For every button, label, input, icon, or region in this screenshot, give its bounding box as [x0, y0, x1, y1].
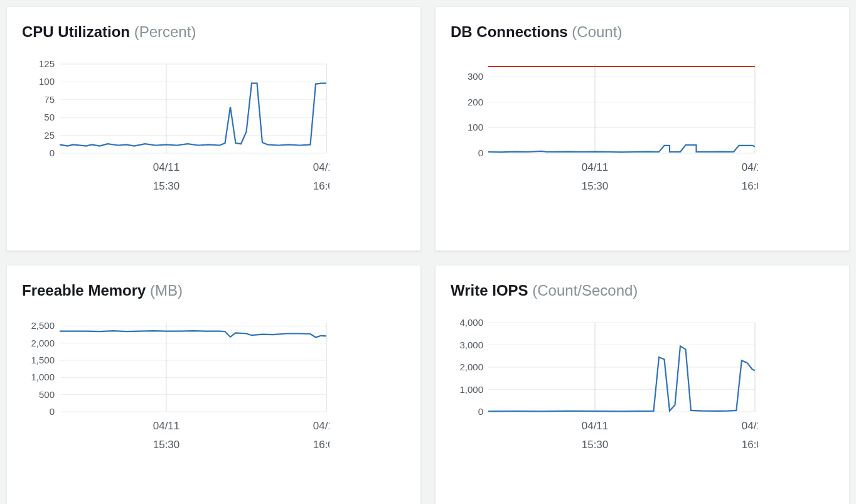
- x-tick-date: 04/11: [582, 161, 609, 173]
- y-tick-label: 100: [39, 77, 55, 87]
- y-tick-label: 1,000: [459, 384, 483, 395]
- y-tick-label: 2,000: [31, 338, 55, 348]
- chart-plot[interactable]: 05001,0001,5002,0002,50004/1115:3004/111…: [22, 318, 329, 481]
- y-tick-label: 4,000: [459, 318, 483, 328]
- x-tick-time: 15:30: [153, 439, 180, 451]
- y-tick-label: 1,500: [31, 355, 55, 365]
- x-tick-time: 15:30: [582, 439, 609, 451]
- chart-title: Freeable Memory (MB): [22, 281, 405, 300]
- chart-card: CPU Utilization (Percent)025507510012504…: [6, 6, 421, 251]
- chart-card: Write IOPS (Count/Second)01,0002,0003,00…: [435, 265, 850, 504]
- y-tick-label: 500: [39, 389, 55, 400]
- y-tick-label: 0: [50, 147, 55, 158]
- chart-plot[interactable]: 010020030004/1115:3004/1116:00: [451, 59, 758, 222]
- x-tick-date: 04/11: [582, 420, 609, 432]
- y-tick-label: 0: [50, 406, 55, 417]
- y-tick-label: 25: [44, 130, 55, 141]
- x-tick-date: 04/11: [313, 420, 329, 432]
- y-tick-label: 0: [478, 406, 483, 417]
- x-tick-time: 15:30: [153, 180, 180, 192]
- chart-unit: (Percent): [134, 23, 196, 40]
- y-tick-label: 50: [44, 112, 55, 122]
- y-tick-label: 200: [468, 97, 483, 107]
- chart-title-text: CPU Utilization: [22, 23, 134, 40]
- y-tick-label: 2,000: [459, 362, 483, 372]
- chart-title: Write IOPS (Count/Second): [451, 281, 834, 300]
- data-series-line: [60, 83, 326, 146]
- x-tick-time: 15:30: [582, 180, 609, 192]
- x-tick-time: 16:00: [313, 439, 329, 451]
- y-tick-label: 75: [44, 94, 55, 105]
- x-tick-date: 04/11: [153, 420, 180, 432]
- chart-plot[interactable]: 01,0002,0003,0004,00004/1115:3004/1116:0…: [451, 318, 758, 481]
- x-tick-time: 16:00: [313, 180, 329, 192]
- chart-title-text: Freeable Memory: [22, 282, 150, 299]
- y-tick-label: 100: [468, 122, 483, 133]
- x-tick-date: 04/11: [742, 161, 758, 173]
- x-tick-date: 04/11: [153, 161, 180, 173]
- y-tick-label: 1,000: [31, 372, 55, 383]
- data-series-line: [488, 346, 755, 411]
- chart-title-text: Write IOPS: [451, 282, 532, 299]
- y-tick-label: 2,500: [31, 321, 55, 331]
- y-tick-label: 300: [468, 71, 483, 82]
- chart-plot[interactable]: 025507510012504/1115:3004/1116:00: [22, 59, 329, 222]
- chart-title: CPU Utilization (Percent): [22, 22, 405, 41]
- x-tick-date: 04/11: [742, 420, 758, 432]
- y-tick-label: 125: [39, 59, 55, 69]
- chart-title: DB Connections (Count): [451, 22, 834, 41]
- data-series-line: [60, 331, 326, 337]
- dashboard-grid: CPU Utilization (Percent)025507510012504…: [6, 6, 850, 504]
- x-tick-time: 16:00: [742, 439, 758, 451]
- chart-card: Freeable Memory (MB)05001,0001,5002,0002…: [6, 265, 421, 504]
- chart-unit: (Count/Second): [532, 282, 638, 299]
- x-tick-date: 04/11: [313, 161, 329, 173]
- chart-title-text: DB Connections: [451, 23, 572, 40]
- chart-unit: (MB): [150, 282, 183, 299]
- y-tick-label: 3,000: [459, 340, 483, 350]
- x-tick-time: 16:00: [742, 180, 758, 192]
- y-tick-label: 0: [478, 147, 483, 158]
- chart-unit: (Count): [572, 23, 622, 40]
- data-series-line: [488, 145, 755, 152]
- chart-card: DB Connections (Count)010020030004/1115:…: [435, 6, 850, 251]
